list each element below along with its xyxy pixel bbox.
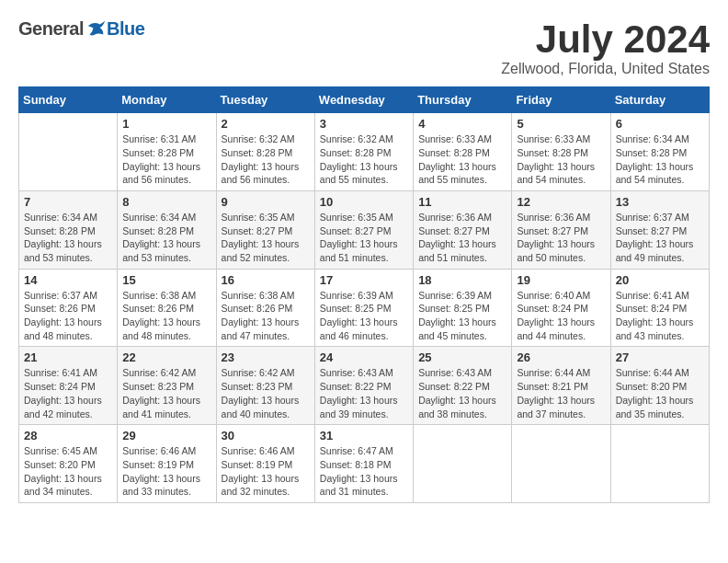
title-section: July 2024 Zellwood, Florida, United Stat…: [501, 18, 710, 77]
day-info: Sunrise: 6:39 AM Sunset: 8:25 PM Dayligh…: [320, 289, 408, 343]
weekday-header-saturday: Saturday: [610, 87, 709, 113]
day-number: 13: [616, 195, 704, 209]
calendar-cell: 11Sunrise: 6:36 AM Sunset: 8:27 PM Dayli…: [414, 190, 512, 269]
day-number: 28: [24, 429, 112, 442]
day-number: 31: [320, 429, 408, 442]
day-info: Sunrise: 6:44 AM Sunset: 8:21 PM Dayligh…: [517, 366, 605, 420]
day-number: 17: [320, 273, 408, 287]
day-number: 1: [122, 117, 210, 131]
day-info: Sunrise: 6:36 AM Sunset: 8:27 PM Dayligh…: [517, 211, 605, 265]
day-number: 19: [517, 273, 605, 287]
calendar-week-row: 21Sunrise: 6:41 AM Sunset: 8:24 PM Dayli…: [19, 347, 710, 425]
calendar-cell: 14Sunrise: 6:37 AM Sunset: 8:26 PM Dayli…: [19, 269, 118, 347]
weekday-header-row: SundayMondayTuesdayWednesdayThursdayFrid…: [19, 87, 710, 113]
day-number: 23: [222, 350, 310, 364]
day-info: Sunrise: 6:40 AM Sunset: 8:24 PM Dayligh…: [517, 289, 605, 343]
calendar-cell: 8Sunrise: 6:34 AM Sunset: 8:28 PM Daylig…: [118, 190, 216, 269]
day-number: 9: [222, 195, 310, 209]
day-number: 26: [517, 350, 605, 364]
logo-bird-icon: [86, 19, 107, 40]
calendar-cell: 23Sunrise: 6:42 AM Sunset: 8:23 PM Dayli…: [216, 347, 314, 425]
day-number: 29: [122, 429, 210, 442]
day-number: 10: [320, 195, 408, 209]
day-info: Sunrise: 6:46 AM Sunset: 8:19 PM Dayligh…: [122, 444, 210, 499]
weekday-header-wednesday: Wednesday: [314, 87, 413, 113]
page-header: General Blue July 2024 Zellwood, Florida…: [18, 18, 710, 77]
day-number: 11: [418, 195, 506, 209]
calendar-week-row: 7Sunrise: 6:34 AM Sunset: 8:28 PM Daylig…: [19, 190, 710, 269]
calendar-week-row: 1Sunrise: 6:31 AM Sunset: 8:28 PM Daylig…: [19, 113, 710, 191]
day-info: Sunrise: 6:42 AM Sunset: 8:23 PM Dayligh…: [122, 366, 210, 420]
calendar-cell: 17Sunrise: 6:39 AM Sunset: 8:25 PM Dayli…: [314, 269, 413, 347]
calendar-cell: 3Sunrise: 6:32 AM Sunset: 8:28 PM Daylig…: [314, 113, 413, 191]
calendar-cell: 20Sunrise: 6:41 AM Sunset: 8:24 PM Dayli…: [610, 269, 709, 347]
calendar-cell: 18Sunrise: 6:39 AM Sunset: 8:25 PM Dayli…: [414, 269, 512, 347]
calendar-cell: 2Sunrise: 6:32 AM Sunset: 8:28 PM Daylig…: [216, 113, 314, 191]
day-info: Sunrise: 6:34 AM Sunset: 8:28 PM Dayligh…: [616, 132, 704, 187]
calendar-cell: 22Sunrise: 6:42 AM Sunset: 8:23 PM Dayli…: [118, 347, 216, 425]
day-info: Sunrise: 6:41 AM Sunset: 8:24 PM Dayligh…: [616, 289, 704, 343]
weekday-header-monday: Monday: [118, 87, 216, 113]
calendar-cell: 10Sunrise: 6:35 AM Sunset: 8:27 PM Dayli…: [314, 190, 413, 269]
day-number: 27: [616, 350, 704, 364]
calendar-cell: 13Sunrise: 6:37 AM Sunset: 8:27 PM Dayli…: [610, 190, 709, 269]
logo-general: General: [18, 18, 84, 40]
calendar-cell: 25Sunrise: 6:43 AM Sunset: 8:22 PM Dayli…: [414, 347, 512, 425]
day-number: 12: [517, 195, 605, 209]
day-info: Sunrise: 6:35 AM Sunset: 8:27 PM Dayligh…: [222, 211, 310, 265]
day-info: Sunrise: 6:39 AM Sunset: 8:25 PM Dayligh…: [418, 289, 506, 343]
day-number: 4: [418, 117, 506, 131]
day-number: 5: [517, 117, 605, 131]
calendar-cell: 1Sunrise: 6:31 AM Sunset: 8:28 PM Daylig…: [118, 113, 216, 191]
calendar-cell: 4Sunrise: 6:33 AM Sunset: 8:28 PM Daylig…: [414, 113, 512, 191]
day-info: Sunrise: 6:41 AM Sunset: 8:24 PM Dayligh…: [24, 366, 112, 420]
calendar-cell: 30Sunrise: 6:46 AM Sunset: 8:19 PM Dayli…: [216, 425, 314, 503]
calendar-cell: 6Sunrise: 6:34 AM Sunset: 8:28 PM Daylig…: [610, 113, 709, 191]
calendar-table: SundayMondayTuesdayWednesdayThursdayFrid…: [18, 86, 710, 503]
calendar-cell: 9Sunrise: 6:35 AM Sunset: 8:27 PM Daylig…: [216, 190, 314, 269]
day-info: Sunrise: 6:34 AM Sunset: 8:28 PM Dayligh…: [24, 211, 112, 265]
day-number: 3: [320, 117, 408, 131]
day-number: 2: [222, 117, 310, 131]
day-info: Sunrise: 6:32 AM Sunset: 8:28 PM Dayligh…: [320, 132, 408, 187]
day-number: 22: [122, 350, 210, 364]
calendar-cell: 29Sunrise: 6:46 AM Sunset: 8:19 PM Dayli…: [118, 425, 216, 503]
day-info: Sunrise: 6:32 AM Sunset: 8:28 PM Dayligh…: [222, 132, 310, 187]
day-number: 8: [122, 195, 210, 209]
calendar-week-row: 28Sunrise: 6:45 AM Sunset: 8:20 PM Dayli…: [19, 425, 710, 503]
day-info: Sunrise: 6:35 AM Sunset: 8:27 PM Dayligh…: [320, 211, 408, 265]
day-info: Sunrise: 6:38 AM Sunset: 8:26 PM Dayligh…: [122, 289, 210, 343]
calendar-cell: 26Sunrise: 6:44 AM Sunset: 8:21 PM Dayli…: [512, 347, 610, 425]
calendar-cell: 24Sunrise: 6:43 AM Sunset: 8:22 PM Dayli…: [314, 347, 413, 425]
calendar-cell: 16Sunrise: 6:38 AM Sunset: 8:26 PM Dayli…: [216, 269, 314, 347]
day-number: 15: [122, 273, 210, 287]
day-info: Sunrise: 6:36 AM Sunset: 8:27 PM Dayligh…: [418, 211, 506, 265]
weekday-header-thursday: Thursday: [414, 87, 512, 113]
weekday-header-tuesday: Tuesday: [216, 87, 314, 113]
calendar-cell: 19Sunrise: 6:40 AM Sunset: 8:24 PM Dayli…: [512, 269, 610, 347]
day-info: Sunrise: 6:33 AM Sunset: 8:28 PM Dayligh…: [517, 132, 605, 187]
calendar-subtitle: Zellwood, Florida, United States: [501, 61, 710, 77]
calendar-cell: [610, 425, 709, 503]
calendar-cell: 31Sunrise: 6:47 AM Sunset: 8:18 PM Dayli…: [314, 425, 413, 503]
logo: General Blue: [18, 18, 144, 40]
calendar-cell: 28Sunrise: 6:45 AM Sunset: 8:20 PM Dayli…: [19, 425, 118, 503]
calendar-cell: 15Sunrise: 6:38 AM Sunset: 8:26 PM Dayli…: [118, 269, 216, 347]
day-number: 7: [24, 195, 112, 209]
day-number: 20: [616, 273, 704, 287]
calendar-cell: 5Sunrise: 6:33 AM Sunset: 8:28 PM Daylig…: [512, 113, 610, 191]
day-info: Sunrise: 6:44 AM Sunset: 8:20 PM Dayligh…: [616, 366, 704, 420]
calendar-cell: [512, 425, 610, 503]
calendar-cell: 7Sunrise: 6:34 AM Sunset: 8:28 PM Daylig…: [19, 190, 118, 269]
day-number: 6: [616, 117, 704, 131]
calendar-cell: 12Sunrise: 6:36 AM Sunset: 8:27 PM Dayli…: [512, 190, 610, 269]
calendar-cell: [19, 113, 118, 191]
day-info: Sunrise: 6:31 AM Sunset: 8:28 PM Dayligh…: [122, 132, 210, 187]
day-number: 30: [222, 429, 310, 442]
day-number: 24: [320, 350, 408, 364]
calendar-cell: 21Sunrise: 6:41 AM Sunset: 8:24 PM Dayli…: [19, 347, 118, 425]
day-info: Sunrise: 6:34 AM Sunset: 8:28 PM Dayligh…: [122, 211, 210, 265]
day-info: Sunrise: 6:37 AM Sunset: 8:26 PM Dayligh…: [24, 289, 112, 343]
calendar-cell: [414, 425, 512, 503]
calendar-cell: 27Sunrise: 6:44 AM Sunset: 8:20 PM Dayli…: [610, 347, 709, 425]
